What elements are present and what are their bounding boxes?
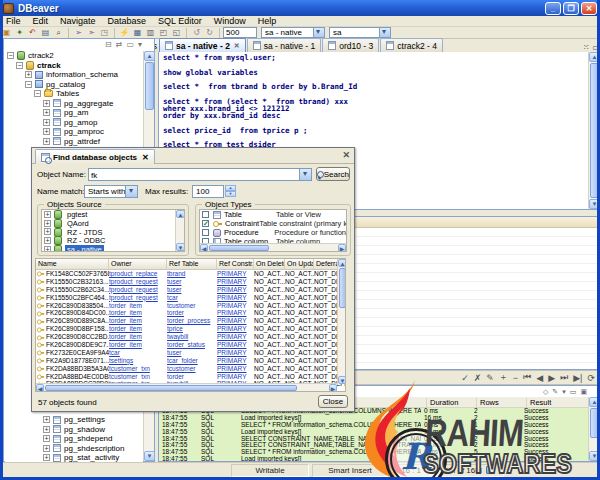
expander-icon[interactable] xyxy=(43,445,50,452)
owner-link[interactable]: torder_item xyxy=(109,325,167,333)
ref-table-link[interactable]: tcar_folder xyxy=(167,357,217,365)
owner-link[interactable]: tcar xyxy=(109,349,167,357)
scroll-up-icon[interactable]: ▲ xyxy=(144,51,155,61)
search-button[interactable]: Search xyxy=(316,167,350,181)
editor-tab-4[interactable]: ctrack2 - 4 xyxy=(380,38,443,52)
log-row[interactable]: 18:47:55 SQL SELECT * FROM information_s… xyxy=(159,422,588,429)
owner-link[interactable]: tproduct_request xyxy=(109,278,167,286)
ref-table-link[interactable]: twaybill xyxy=(167,333,217,341)
owner-link[interactable]: torder_item xyxy=(109,333,167,341)
source-item[interactable]: RZ - ODBC xyxy=(42,236,184,245)
load-data-icon[interactable]: ⚡ xyxy=(119,28,130,38)
source-item[interactable]: RZ - JTDS xyxy=(42,228,184,237)
ref-constraint-link[interactable]: PRIMARY xyxy=(217,373,254,381)
menu-item[interactable]: Edit xyxy=(27,16,55,26)
ref-constraint-link[interactable]: PRIMARY xyxy=(217,309,254,317)
scroll-left-icon[interactable]: ◀ xyxy=(200,244,208,252)
close-tab-icon[interactable]: ✕ xyxy=(142,153,149,162)
owner-link[interactable]: torder_item xyxy=(109,341,167,349)
scroll-down-icon[interactable]: ▼ xyxy=(176,243,185,251)
ref-constraint-link[interactable]: PRIMARY xyxy=(217,286,254,294)
next-row-icon[interactable]: ▶ xyxy=(548,373,555,383)
export-icon[interactable]: ◱ xyxy=(171,28,182,38)
tree-item-table[interactable]: pg_shadow xyxy=(5,425,143,435)
chevron-down-icon[interactable] xyxy=(299,169,311,180)
column-result[interactable]: Result xyxy=(526,398,586,408)
row-limit-input[interactable] xyxy=(223,27,257,38)
expander-icon[interactable] xyxy=(43,138,50,145)
expander-icon[interactable] xyxy=(44,228,51,235)
owner-link[interactable]: tproduct_request xyxy=(109,286,167,294)
commit-icon[interactable]: ✦ xyxy=(14,28,25,38)
table-row[interactable]: FK26C890D8DE9C7... torder_item torder_st… xyxy=(36,341,345,349)
scroll-down-icon[interactable]: ▼ xyxy=(589,451,600,461)
first-row-icon[interactable]: ⏮ xyxy=(523,372,531,383)
close-button[interactable]: ✕ xyxy=(581,2,597,15)
undo-icon[interactable]: ↺ xyxy=(191,28,202,38)
scrollbar-thumb[interactable] xyxy=(590,63,599,198)
edit-icon[interactable]: ✎ xyxy=(552,388,558,396)
ref-table-link[interactable]: tuser xyxy=(167,278,217,286)
ref-table-link[interactable]: tuser xyxy=(167,349,217,357)
view-menu-icon[interactable]: ▾ xyxy=(138,40,142,49)
checkbox[interactable] xyxy=(202,229,209,236)
source-item[interactable]: pgtest xyxy=(42,210,184,219)
column-rows[interactable]: Rows xyxy=(476,398,526,408)
log-row[interactable]: 18:47:55 SQL Load imported keys[] 16 ms … xyxy=(159,456,588,461)
clear-log-icon[interactable]: ◇ xyxy=(543,388,548,396)
ref-constraint-link[interactable]: PRIMARY xyxy=(217,278,254,286)
chevron-down-icon[interactable] xyxy=(125,186,137,197)
expander-icon[interactable] xyxy=(34,90,41,97)
spin-down-icon[interactable]: ▼ xyxy=(225,191,236,197)
ref-constraint-link[interactable]: PRIMARY xyxy=(217,317,254,325)
chevron-down-icon[interactable] xyxy=(379,28,390,37)
owner-link[interactable]: tproduct_replace xyxy=(109,270,167,278)
ref-constraint-link[interactable]: PRIMARY xyxy=(217,325,254,333)
tree-item-table[interactable]: pg_settings xyxy=(5,415,143,425)
table-row[interactable]: FK2DA88BD4EC0DB8 tcustomer_txn torder PR… xyxy=(36,373,345,381)
expander-icon[interactable] xyxy=(43,454,50,461)
delete-row-icon[interactable]: − xyxy=(513,373,518,383)
close-dialog-button[interactable]: Close xyxy=(318,395,348,408)
log-row[interactable]: 18:47:55 SQL Load imported keys[] 16 ms … xyxy=(159,415,588,422)
scrollbar-thumb[interactable] xyxy=(590,408,599,438)
ref-table-link[interactable]: tuser xyxy=(167,286,217,294)
menu-item[interactable]: SQL Editor xyxy=(152,16,208,26)
rollback-icon[interactable]: ↶ xyxy=(27,28,38,38)
expander-icon[interactable] xyxy=(43,416,50,423)
ref-table-link[interactable]: tcar xyxy=(167,294,217,302)
view-menu-icon[interactable]: ▾ xyxy=(562,388,566,396)
minimize-view-icon[interactable]: ▭ xyxy=(570,388,577,396)
ref-constraint-link[interactable]: PRIMARY xyxy=(217,270,254,278)
new-connection-icon[interactable]: ▣ xyxy=(1,28,12,38)
ref-table-link[interactable]: torder_process xyxy=(167,317,217,325)
reject-changes-icon[interactable]: ✗ xyxy=(474,373,482,383)
table-row[interactable]: FK2DA88BD3B5A3AC tcustomer_txn tcustomer… xyxy=(36,365,345,373)
ref-table-link[interactable]: tcustomer xyxy=(167,365,217,373)
scroll-up-icon[interactable]: ▲ xyxy=(338,259,346,267)
tree-item-table[interactable]: pg_aggregate xyxy=(5,99,143,109)
tree-item-table[interactable]: pg_amproc xyxy=(5,127,143,137)
expander-icon[interactable] xyxy=(43,128,50,135)
minimize-button[interactable]: _ xyxy=(545,2,561,15)
expander-icon[interactable] xyxy=(44,237,51,244)
ref-table-link[interactable]: tbrand xyxy=(167,270,217,278)
garbage-collect-icon[interactable] xyxy=(486,466,494,474)
refresh-icon[interactable]: ⟳ xyxy=(587,373,595,383)
menu-item[interactable]: Database xyxy=(102,16,153,26)
explain-plan-icon[interactable]: ◳ xyxy=(99,28,110,38)
scroll-up-icon[interactable]: ▲ xyxy=(176,210,185,218)
ref-constraint-link[interactable]: PRIMARY xyxy=(217,302,254,310)
tree-item-database[interactable]: ctrack xyxy=(5,61,143,71)
table-row[interactable]: FK2A9D18778E071... tsettings tcar_folder… xyxy=(36,357,345,365)
log-row[interactable]: 18:47:55 SQL Load imported keys[] 16 ms … xyxy=(159,429,588,436)
object-type-row[interactable]: Table Table or View xyxy=(200,210,346,219)
table-row[interactable]: FK26C890D8BF158... torder_item tprice PR… xyxy=(36,325,345,333)
results-vscrollbar[interactable]: ▲ ▼ xyxy=(337,259,346,384)
expander-icon[interactable] xyxy=(25,81,32,88)
column-ref-table[interactable]: Ref Table xyxy=(167,259,217,269)
ref-constraint-link[interactable]: PRIMARY xyxy=(217,333,254,341)
dialog-tab[interactable]: Find database objects ✕ xyxy=(35,149,155,164)
expander-icon[interactable] xyxy=(25,71,32,78)
scroll-up-icon[interactable]: ▲ xyxy=(589,52,600,62)
